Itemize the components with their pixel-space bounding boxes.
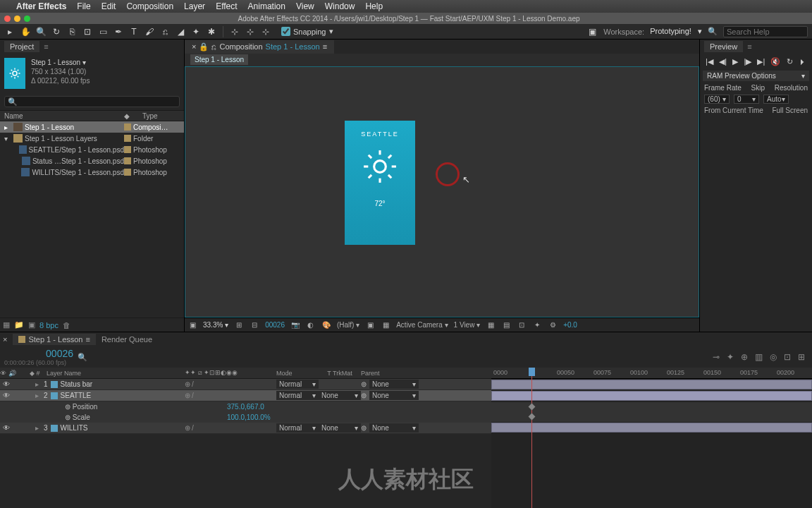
- tl-icon-5[interactable]: ◎: [770, 352, 777, 362]
- first-frame-icon[interactable]: |◀: [706, 57, 713, 66]
- mode-dropdown[interactable]: Normal ▾: [276, 391, 319, 400]
- trash-icon[interactable]: 🗑: [63, 321, 70, 329]
- menu-view[interactable]: View: [296, 1, 314, 11]
- property-row[interactable]: ⊚ Position375.0,667.0: [0, 401, 491, 412]
- last-frame-icon[interactable]: ▶|: [757, 57, 765, 66]
- roto-tool-icon[interactable]: ✦: [190, 26, 202, 37]
- timeline-tracks[interactable]: 000000050000750010000125001500017500200: [491, 368, 812, 508]
- tab-menu-icon[interactable]: ≡: [86, 335, 90, 344]
- label-swatch[interactable]: [124, 146, 131, 153]
- pixel-icon[interactable]: ▦: [486, 321, 496, 329]
- zoom-button[interactable]: [24, 16, 30, 22]
- visibility-icon[interactable]: 👁: [3, 392, 10, 399]
- twirl-icon[interactable]: ▸: [4, 123, 11, 131]
- mag-icon[interactable]: ▣: [187, 321, 197, 329]
- col-trkmat[interactable]: T TrkMat: [319, 370, 361, 377]
- eraser-tool-icon[interactable]: ◢: [175, 26, 186, 37]
- parent-dropdown[interactable]: None ▾: [369, 380, 419, 389]
- workspace-dropdown[interactable]: Prototyping! ▾: [650, 27, 702, 36]
- camera-tool-icon[interactable]: ⎘: [66, 26, 78, 37]
- tl-icon-7[interactable]: ⊞: [798, 352, 805, 362]
- panel-menu-icon[interactable]: ≡: [747, 42, 751, 51]
- property-value[interactable]: 100.0,100.0%: [185, 413, 271, 421]
- text-tool-icon[interactable]: T: [128, 26, 140, 37]
- layer-swatch[interactable]: [51, 392, 58, 399]
- project-search-input[interactable]: [4, 96, 180, 107]
- trkmat-dropdown[interactable]: None ▾: [319, 423, 361, 433]
- project-tab[interactable]: Project: [4, 41, 39, 52]
- label-swatch[interactable]: [124, 169, 131, 176]
- menu-animation[interactable]: Animation: [248, 1, 285, 11]
- puppet-tool-icon[interactable]: ✱: [206, 26, 217, 37]
- loop-icon[interactable]: ↻: [787, 57, 793, 66]
- camera-dropdown[interactable]: Active Camera ▾: [396, 321, 448, 329]
- roi-icon[interactable]: ▣: [365, 321, 375, 329]
- playhead[interactable]: [531, 368, 532, 508]
- zoom-dropdown[interactable]: 33.3% ▾: [203, 321, 228, 329]
- visibility-icon[interactable]: 👁: [3, 424, 10, 432]
- transparency-icon[interactable]: ▦: [381, 321, 390, 329]
- switch-icon[interactable]: ⊕: [185, 380, 190, 388]
- comp-viewer[interactable]: SEATTLE 72° ↖: [185, 66, 699, 318]
- exposure-value[interactable]: +0.0: [563, 321, 577, 329]
- next-frame-icon[interactable]: |▶: [744, 57, 751, 66]
- axis-icon-2[interactable]: ⊹: [245, 26, 256, 37]
- mode-dropdown[interactable]: Normal ▾: [276, 423, 319, 433]
- twirl-icon[interactable]: ▾: [4, 135, 11, 143]
- full-screen-label[interactable]: Full Screen: [772, 107, 808, 114]
- layer-bar-1[interactable]: [491, 380, 812, 389]
- minimize-button[interactable]: [14, 16, 20, 22]
- clone-tool-icon[interactable]: ⎌: [159, 26, 171, 37]
- menu-effect[interactable]: Effect: [216, 1, 237, 11]
- bpc-button[interactable]: 8 bpc: [39, 321, 59, 329]
- mode-dropdown[interactable]: Normal ▾: [276, 380, 319, 389]
- framerate-dropdown[interactable]: (60)▾: [704, 95, 730, 104]
- app-name[interactable]: After Effects: [16, 1, 66, 11]
- tl-icon-4[interactable]: ▥: [755, 352, 763, 362]
- project-item[interactable]: WILLITS/Step 1 - Lesson.psdPhotoshop: [0, 167, 184, 178]
- search-help-input[interactable]: [723, 26, 808, 37]
- snapping-toggle[interactable]: Snapping ▾: [281, 27, 333, 36]
- snapshot-icon[interactable]: 📷: [290, 321, 300, 329]
- project-item[interactable]: ▾Step 1 - Lesson LayersFolder: [0, 133, 184, 144]
- brush-tool-icon[interactable]: 🖌: [144, 26, 155, 37]
- lock-icon[interactable]: 🔒: [199, 42, 209, 52]
- label-swatch[interactable]: [124, 157, 131, 164]
- switch-icon[interactable]: /: [192, 392, 194, 399]
- timeline-layer-row[interactable]: 👁▸3WILLITS⊕ /Normal ▾None ▾⊚None ▾: [0, 423, 491, 434]
- column-type[interactable]: Type: [130, 112, 158, 120]
- prev-frame-icon[interactable]: ◀|: [719, 57, 727, 66]
- time-ruler[interactable]: 000000050000750010000125001500017500200: [491, 368, 812, 379]
- render-queue-tab[interactable]: Render Queue: [102, 335, 152, 344]
- hand-tool-icon[interactable]: ✋: [20, 26, 31, 37]
- timeline-layer-row[interactable]: 👁▸1Status bar⊕ /Normal ▾⊚None ▾: [0, 379, 491, 390]
- skip-dropdown[interactable]: 0▾: [734, 95, 759, 104]
- fast-icon[interactable]: ▤: [501, 321, 511, 329]
- from-current-label[interactable]: From Current Time: [704, 107, 763, 114]
- close-button[interactable]: [4, 16, 11, 22]
- axis-icon[interactable]: ⊹: [229, 26, 240, 37]
- chevron-down-icon[interactable]: ▾: [329, 27, 333, 36]
- tl-icon-2[interactable]: ✦: [727, 352, 734, 362]
- tl-icon-6[interactable]: ⊡: [784, 352, 791, 362]
- view-dropdown[interactable]: 1 View ▾: [454, 321, 481, 329]
- tab-menu-icon[interactable]: ≡: [323, 42, 327, 51]
- timeline-layer-row[interactable]: 👁▸2SEATTLE⊕ /Normal ▾None ▾⊚None ▾: [0, 390, 491, 401]
- play-icon[interactable]: ▶: [732, 57, 738, 66]
- switch-icon[interactable]: ⊕: [185, 424, 190, 432]
- resolution-dropdown[interactable]: (Half) ▾: [337, 321, 359, 329]
- playhead-handle[interactable]: [529, 368, 535, 376]
- switch-icon[interactable]: /: [192, 424, 194, 432]
- menu-edit[interactable]: Edit: [102, 1, 116, 11]
- project-list[interactable]: ▸Step 1 - LessonComposi…▾Step 1 - Lesson…: [0, 121, 184, 318]
- close-tab-icon[interactable]: ×: [192, 42, 196, 51]
- layer-swatch[interactable]: [51, 381, 58, 388]
- axis-icon-3[interactable]: ⊹: [260, 26, 271, 37]
- pickwhip-icon[interactable]: ⊚: [361, 424, 367, 432]
- project-thumbnail[interactable]: [4, 58, 25, 89]
- nav-icon[interactable]: ⎌: [211, 42, 216, 51]
- timecode-display[interactable]: 00026: [265, 321, 285, 329]
- trkmat-dropdown[interactable]: None ▾: [319, 391, 361, 400]
- ram-play-icon[interactable]: ⏵: [799, 57, 806, 66]
- panel-menu-icon[interactable]: ≡: [44, 42, 48, 51]
